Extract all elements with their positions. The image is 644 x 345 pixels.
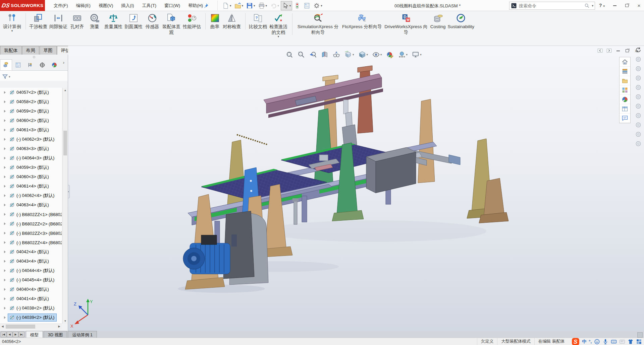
menu-item[interactable]: 工具(T)	[138, 0, 161, 11]
view-orientation-button[interactable]: ▾	[344, 50, 355, 59]
mass-properties-button[interactable]: 质量属性 ▾	[104, 13, 122, 29]
sensor-button[interactable]: 传感器 ▾	[145, 13, 160, 29]
scroll-down-icon[interactable]: ▼	[63, 319, 68, 324]
view-control[interactable]	[635, 93, 642, 100]
tree-item[interactable]: (-) 04045<4> (默认)	[0, 275, 62, 285]
menu-item[interactable]: 插入(I)	[117, 0, 138, 11]
tab-assembly[interactable]: 装配体	[0, 46, 22, 55]
view-control[interactable]	[635, 84, 642, 91]
ime-voice[interactable]	[602, 339, 608, 345]
undo-button[interactable]: ▾	[269, 1, 280, 10]
scrollbar-thumb[interactable]	[63, 131, 67, 155]
annotation-view-button[interactable]: ▾	[332, 50, 341, 59]
symmetry-check-button[interactable]: 对称检查 ▾	[223, 13, 241, 29]
tree-item[interactable]: 04058<2> (默认)	[0, 97, 62, 107]
view-settings-button[interactable]: ▾	[411, 50, 422, 59]
dimxpert-tab[interactable]	[36, 59, 48, 70]
rebuild-button[interactable]: ▾	[292, 1, 302, 10]
expand-arrow-icon[interactable]	[4, 110, 6, 113]
expand-arrow-icon[interactable]	[4, 241, 6, 244]
scroll-right-icon[interactable]: ▶	[57, 324, 62, 329]
view-control[interactable]	[635, 131, 642, 138]
expand-arrow-icon[interactable]	[4, 100, 6, 103]
view-control[interactable]	[635, 56, 642, 63]
save-button[interactable]: ▾	[245, 1, 257, 10]
tree-item[interactable]: (-) 04062<4> (默认)	[0, 191, 62, 200]
doc-minimize-button[interactable]	[615, 47, 621, 54]
menu-item[interactable]: 窗口(W)	[160, 0, 184, 11]
clearance-verification-button[interactable]: 间隙验证 ▾	[49, 13, 67, 29]
measure-button[interactable]: 测量 ▾	[87, 13, 102, 29]
minimize-button[interactable]	[611, 2, 619, 9]
view-palette-tab[interactable]	[620, 85, 630, 95]
compare-documents-button[interactable]: 比较文档 ▾	[245, 13, 267, 29]
appearances-tab[interactable]	[620, 95, 630, 104]
last-tab-button[interactable]: ▶|	[19, 332, 24, 337]
tree-item[interactable]: (-) B6802ZZ<4> (B6802	[0, 238, 62, 247]
file-explorer-tab[interactable]	[620, 76, 630, 85]
tree-item[interactable]: 04061<4> (默认)	[0, 182, 62, 191]
filter-icon[interactable]	[2, 74, 8, 80]
check-active-document-button[interactable]: 检查激活的文档 ▾	[269, 13, 288, 38]
close-button[interactable]: ×	[635, 2, 643, 9]
tree-item[interactable]: (-) 04039<2> (默认)	[0, 313, 62, 322]
filter-caret-icon[interactable]: ▾	[9, 75, 10, 78]
tree-item[interactable]: 04040<4> (默认)	[0, 285, 62, 294]
propertymanager-tab[interactable]	[12, 59, 24, 70]
edit-appearance-button[interactable]: ▾	[386, 50, 394, 59]
zoom-to-fit-button[interactable]: ▾	[285, 50, 294, 59]
motion-study-tab[interactable]: 运动算例 1	[68, 331, 97, 338]
expand-arrow-icon[interactable]	[4, 213, 6, 216]
command-search[interactable]: ▾	[509, 2, 595, 10]
featuremanager-tab[interactable]	[0, 59, 12, 70]
tree-item[interactable]: 04061<3> (默认)	[0, 125, 62, 135]
open-file-button[interactable]: ▾	[233, 1, 245, 10]
displaymanager-tab[interactable]	[48, 59, 60, 70]
performance-evaluation-button[interactable]: 性能评估 ▾	[183, 13, 201, 29]
apply-scene-button[interactable]: ▾	[397, 50, 409, 59]
tree-item[interactable]: (-) B6802ZZ<2> (B6802	[0, 219, 62, 228]
next-tab-button[interactable]: ▶	[13, 332, 18, 337]
resources-tab[interactable]	[620, 57, 630, 67]
expand-arrow-icon[interactable]	[4, 194, 6, 197]
interference-check-button[interactable]: 干涉检查 ▾	[25, 13, 47, 29]
menu-item[interactable]: 编辑(E)	[72, 0, 95, 11]
tree-item[interactable]: 04060<3> (默认)	[0, 172, 62, 182]
expand-arrow-icon[interactable]	[4, 316, 6, 319]
design-study-button[interactable]: 设计算例 ▾	[3, 13, 21, 32]
simulationxpress-wizard-button[interactable]: SimulationXpress 分析向导 ▾	[292, 13, 340, 35]
file-properties-button[interactable]: ▾	[302, 1, 312, 10]
ime-language[interactable]: 中	[582, 339, 586, 345]
previous-pane-icon[interactable]	[597, 48, 603, 54]
options-button[interactable]: ▾	[312, 1, 324, 10]
expand-arrow-icon[interactable]	[4, 232, 6, 234]
tree-item[interactable]: 04041<4> (默认)	[0, 294, 62, 303]
zoom-to-area-button[interactable]: ▾	[297, 50, 306, 59]
graphics-viewport[interactable]: Y X Z	[68, 46, 644, 331]
costing-button[interactable]: Costing ▾	[430, 13, 446, 29]
tree-item[interactable]: 04059<3> (默认)	[0, 163, 62, 172]
tree-item[interactable]: 04043<4> (默认)	[0, 257, 62, 266]
expand-arrow-icon[interactable]	[4, 138, 6, 141]
next-pane-icon[interactable]	[606, 48, 612, 54]
menu-item[interactable]: 文件(F)	[50, 0, 72, 11]
search-caret-icon[interactable]: ▾	[592, 4, 593, 7]
assembly-model-canvas[interactable]: Y X Z	[68, 46, 644, 331]
prev-tab-button[interactable]: ◀	[7, 332, 12, 337]
ime-skin[interactable]	[628, 339, 634, 345]
tab-sketch[interactable]: 草图	[40, 46, 57, 55]
tree-item[interactable]: 04059<2> (默认)	[0, 107, 62, 116]
hole-alignment-button[interactable]: 孔对齐 ▾	[69, 13, 85, 29]
tree-item[interactable]: (-) 04062<3> (默认)	[0, 135, 62, 144]
expand-arrow-icon[interactable]	[4, 185, 6, 188]
ime-toolbox[interactable]	[619, 339, 625, 345]
design-library-tab[interactable]	[620, 67, 630, 76]
print-button[interactable]: ▾	[257, 1, 269, 10]
tab-layout[interactable]: 布局	[22, 46, 39, 55]
section-view-button[interactable]: ▾	[320, 50, 329, 59]
expand-arrow-icon[interactable]	[4, 269, 6, 272]
hide-show-items-button[interactable]: ▾	[372, 50, 383, 59]
tree-horizontal-scrollbar[interactable]: ◀ ▶	[0, 324, 62, 329]
expand-arrow-icon[interactable]	[4, 222, 6, 225]
tree-item[interactable]: (-) 04044<4> (默认)	[0, 266, 62, 275]
